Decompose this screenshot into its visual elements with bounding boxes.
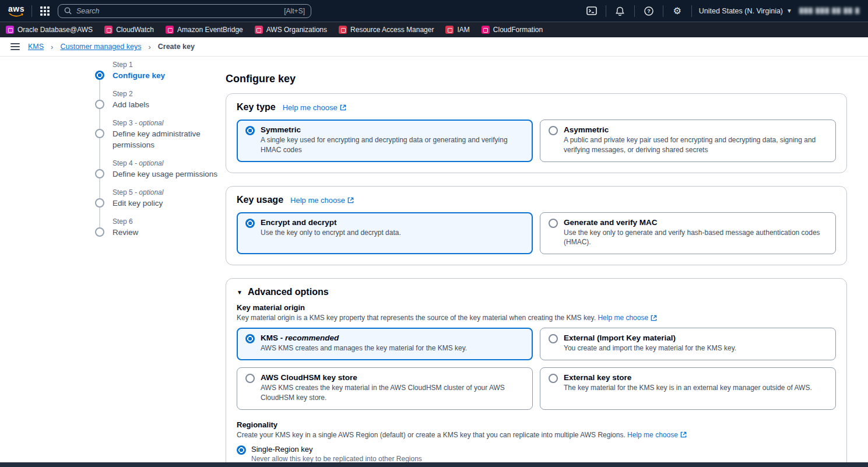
region-label: United States (N. Virginia) (699, 7, 783, 15)
divider (691, 5, 692, 17)
step-item-edit-key-policy[interactable]: Step 5 - optional Edit key policy (95, 188, 222, 209)
external-link-icon (680, 431, 687, 438)
bottom-footer-bar (0, 462, 868, 467)
aws-logo[interactable]: aws (8, 5, 24, 17)
key-type-help-me-choose-link[interactable]: Help me choose (283, 103, 346, 112)
step-number: Step 2 (113, 90, 222, 98)
breadcrumb: KMS › Customer managed keys › Create key (0, 37, 868, 57)
favorites-item-cloudformation[interactable]: CloudFormation (482, 26, 543, 34)
key-material-help-me-choose-link[interactable]: Help me choose (598, 314, 657, 322)
option-title: KMS - recommended (261, 333, 467, 342)
key-usage-help-me-choose-link[interactable]: Help me choose (290, 196, 354, 205)
radio-checked-icon[interactable] (245, 334, 255, 343)
step-item-add-labels[interactable]: Step 2 Add labels (95, 90, 222, 110)
step-item-define-key-usage-permissions[interactable]: Step 4 - optional Define key usage permi… (95, 159, 222, 180)
regionality-help-me-choose-link[interactable]: Help me choose (627, 431, 687, 439)
radio-tile-symmetric[interactable]: Symmetric A single key used for encrypti… (237, 120, 533, 162)
ram-service-icon (339, 26, 347, 34)
radio-unchecked-icon[interactable] (549, 334, 558, 343)
advanced-options-expander[interactable]: ▼ Advanced options (237, 287, 836, 297)
step-number: Step 1 (113, 61, 222, 69)
step-radio-icon (95, 129, 104, 138)
step-item-configure-key[interactable]: Step 1 Configure key (95, 61, 222, 81)
oracle-database-service-icon (6, 26, 14, 34)
favorites-item-organizations[interactable]: AWS Organizations (255, 26, 327, 34)
step-item-define-key-administrative-permissions[interactable]: Step 3 - optional Define key administrat… (95, 119, 222, 150)
page-title: Configure key (226, 73, 847, 85)
step-item-review[interactable]: Step 6 Review (95, 217, 222, 238)
advanced-options-title: Advanced options (248, 287, 329, 297)
radio-tile-external-import[interactable]: External (Import Key material) You creat… (540, 328, 836, 360)
divider (31, 5, 32, 17)
key-material-origin-label: Key material origin (237, 303, 836, 312)
notifications-bell-icon[interactable] (613, 4, 627, 18)
option-title: External key store (564, 373, 812, 382)
external-link-icon (340, 104, 346, 111)
key-usage-title: Key usage (237, 195, 283, 205)
favorites-item-eventbridge[interactable]: Amazon EventBridge (166, 26, 243, 34)
radio-tile-encrypt-and-decrypt[interactable]: Encrypt and decrypt Use the key only to … (237, 212, 533, 255)
settings-gear-icon[interactable]: ⚙ (670, 4, 684, 18)
help-icon[interactable]: ? (642, 4, 656, 18)
radio-tile-cloudhsm-key-store[interactable]: AWS CloudHSM key store AWS KMS creates t… (237, 367, 533, 410)
option-description: You create and import the key material f… (564, 343, 736, 353)
option-description: A public and private key pair used for e… (564, 135, 827, 155)
cloudshell-icon[interactable] (585, 4, 599, 18)
chevron-right-icon: › (51, 43, 53, 51)
step-number: Step 3 - optional (113, 119, 222, 127)
wizard-content: Configure key Key type Help me choose Sy… (226, 57, 847, 467)
radio-tile-asymmetric[interactable]: Asymmetric A public and private key pair… (540, 120, 836, 162)
radio-single-region-key[interactable]: Single-Region key Never allow this key t… (237, 445, 836, 463)
step-active-radio-icon (95, 71, 104, 80)
radio-checked-icon[interactable] (237, 445, 246, 455)
top-navigation-bar: aws Search [Alt+S] ? ⚙ United States (N.… (0, 0, 868, 22)
divider (634, 5, 635, 17)
key-material-origin-description: Key material origin is a KMS key propert… (237, 314, 836, 322)
radio-unchecked-icon[interactable] (245, 374, 255, 383)
region-selector[interactable]: United States (N. Virginia) ▼ (699, 7, 792, 15)
option-title: Single-Region key (251, 445, 422, 454)
radio-unchecked-icon[interactable] (549, 126, 558, 135)
radio-checked-icon[interactable] (245, 126, 255, 135)
radio-tile-kms-origin[interactable]: KMS - recommended AWS KMS creates and ma… (237, 328, 533, 360)
account-menu[interactable]: ███ ███ ██ ██ █ (799, 8, 860, 14)
external-link-icon (651, 315, 657, 321)
radio-tile-generate-and-verify-mac[interactable]: Generate and verify MAC Use the key only… (540, 212, 836, 255)
radio-unchecked-icon[interactable] (549, 374, 558, 383)
search-input[interactable]: Search [Alt+S] (58, 4, 311, 18)
radio-checked-icon[interactable] (245, 219, 255, 228)
cloudformation-service-icon (482, 26, 490, 34)
wizard-steps-nav: Step 1 Configure key Step 2 Add labels S… (95, 61, 222, 247)
favorites-item-label: IAM (457, 26, 469, 34)
step-title: Configure key (113, 71, 222, 81)
step-number: Step 5 - optional (113, 188, 222, 196)
breadcrumb-link-kms[interactable]: KMS (28, 43, 44, 51)
favorites-item-oracle-database[interactable]: Oracle Database@AWS (6, 26, 93, 34)
aws-logo-text: aws (8, 5, 24, 13)
option-description: The key material for the KMS key is in a… (564, 383, 812, 393)
favorites-item-resource-access-manager[interactable]: Resource Access Manager (339, 26, 434, 34)
search-placeholder: Search (76, 7, 100, 15)
option-title: AWS CloudHSM key store (261, 373, 524, 382)
eventbridge-service-icon (166, 26, 174, 34)
svg-text:?: ? (647, 8, 651, 14)
key-usage-section: Key usage Help me choose Encrypt and dec… (226, 186, 847, 266)
favorites-item-cloudwatch[interactable]: CloudWatch (104, 26, 154, 34)
organizations-service-icon (255, 26, 263, 34)
aws-smile-icon (9, 13, 24, 17)
breadcrumb-link-customer-managed-keys[interactable]: Customer managed keys (60, 43, 141, 51)
favorites-item-iam[interactable]: IAM (445, 26, 469, 34)
option-description: AWS KMS creates and manages the key mate… (261, 343, 467, 353)
radio-unchecked-icon[interactable] (549, 219, 558, 228)
option-description: A single key used for encrypting and dec… (261, 135, 524, 155)
step-radio-icon (95, 198, 104, 208)
option-description: Never allow this key to be replicated in… (251, 455, 422, 463)
search-icon (64, 7, 72, 15)
key-type-title: Key type (237, 102, 276, 113)
app-grid-icon[interactable] (39, 5, 51, 17)
hamburger-menu-icon[interactable] (9, 41, 21, 52)
option-description: Use the key only to generate and verify … (564, 228, 827, 248)
regionality-label: Regionality (237, 420, 836, 429)
step-number: Step 6 (113, 217, 222, 226)
radio-tile-external-key-store[interactable]: External key store The key material for … (540, 367, 836, 410)
